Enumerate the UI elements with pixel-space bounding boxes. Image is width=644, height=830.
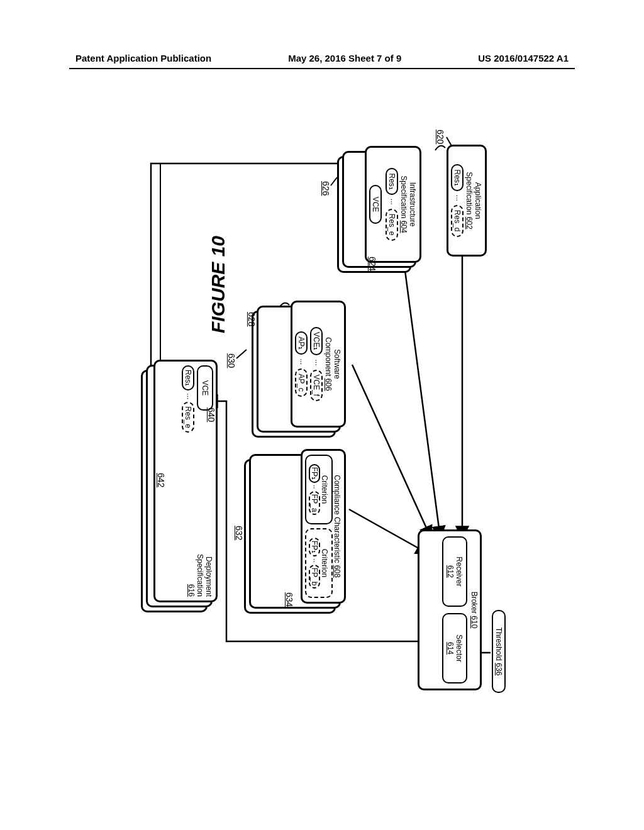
- receiver: Receiver 612: [442, 536, 467, 607]
- application-specification: ApplicationSpecification 602 Res₁ ··· Re…: [447, 145, 487, 257]
- broker: Broker 610 Receiver 612 Selector 614: [418, 529, 482, 690]
- diagram: ApplicationSpecification 602 Res₁ ··· Re…: [138, 126, 491, 698]
- deploy-res-last: Res_e: [182, 402, 194, 433]
- deploy-res-first: Res₁: [182, 365, 194, 390]
- sw-ap-first: AP₁: [295, 331, 308, 355]
- crit1-fp-last: FP_a: [309, 491, 320, 516]
- svg-line-7: [331, 177, 337, 185]
- crit2-fp-last: FP_b: [309, 565, 320, 589]
- svg-line-1: [402, 252, 440, 538]
- compliance-title: Compliance Characteristic: [333, 475, 341, 563]
- infra-res-last: Res_e: [386, 209, 398, 241]
- callout-640: 640: [206, 407, 216, 422]
- callout-624: 624: [367, 257, 377, 271]
- ellipsis-icon: ···: [453, 195, 462, 201]
- app-res-last: Res_d: [451, 205, 464, 237]
- ellipsis-icon: ··: [310, 485, 319, 489]
- deploy-spec-title: DeploymentSpecification: [196, 554, 213, 597]
- sw-ap-last: AP_c: [295, 368, 308, 397]
- callout-630: 630: [226, 353, 236, 368]
- sw-vce-first: VCE₁: [310, 327, 323, 356]
- sw-comp-title: SoftwareComponent: [324, 337, 341, 379]
- header-left: Patent Application Publication: [75, 53, 211, 64]
- callout-620: 620: [435, 130, 445, 144]
- ellipsis-icon: ···: [297, 358, 306, 365]
- callout-628: 628: [247, 312, 257, 326]
- callout-626: 626: [321, 181, 331, 196]
- deploy-vce: VCE: [197, 365, 213, 411]
- infra-vce: VCE: [369, 185, 382, 224]
- ellipsis-icon: ··: [310, 558, 319, 563]
- page-header: Patent Application Publication May 26, 2…: [75, 53, 569, 64]
- criterion-2: Criterion FP₁ ·· FP_b: [305, 528, 333, 598]
- svg-line-3: [349, 509, 428, 553]
- sw-vce-last: VCE_f: [310, 370, 323, 402]
- callout-632: 632: [234, 526, 244, 540]
- infra-res-first: Res₁: [386, 168, 398, 194]
- callout-634: 634: [284, 592, 294, 607]
- selector: Selector 614: [442, 613, 467, 683]
- criterion-1: Criterion FP₁ ·· FP_a: [305, 455, 333, 524]
- ellipsis-icon: ···: [387, 199, 396, 205]
- header-center: May 26, 2016 Sheet 7 of 9: [288, 53, 401, 64]
- header-right: US 2016/0147522 A1: [478, 53, 569, 64]
- app-spec-title: ApplicationSpecification 602: [465, 150, 482, 251]
- callout-642: 642: [156, 473, 166, 487]
- broker-title: Broker: [470, 592, 479, 614]
- svg-line-9: [236, 350, 247, 358]
- ellipsis-icon: ···: [184, 393, 192, 399]
- software-component: SoftwareComponent 606 VCE₁ ··· VCE_f AP₁…: [291, 301, 346, 428]
- infra-spec-title: InfrastructureSpecification: [399, 175, 417, 226]
- header-rule: [69, 68, 575, 69]
- app-res-first: Res₁: [451, 164, 464, 191]
- crit2-fp-first: FP₁: [309, 538, 320, 556]
- infrastructure-specification: InfrastructureSpecification 604 Res₁ ···…: [365, 146, 421, 263]
- compliance-characteristic: Compliance Characteristic 608 Criterion …: [301, 449, 346, 604]
- crit1-fp-first: FP₁: [309, 464, 320, 483]
- threshold: Threshold 636: [492, 610, 506, 693]
- svg-line-2: [352, 365, 431, 538]
- ellipsis-icon: ···: [312, 359, 321, 365]
